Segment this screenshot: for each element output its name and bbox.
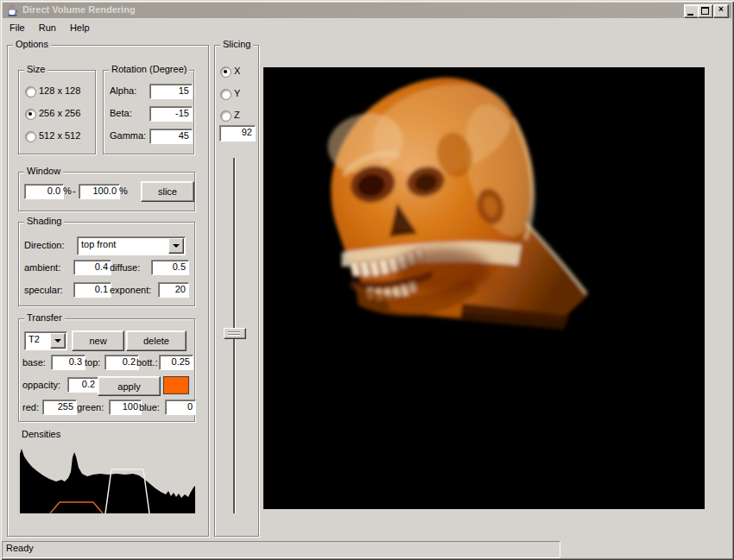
maximize-button[interactable] xyxy=(698,4,713,18)
status-bar: Ready xyxy=(2,541,560,558)
apply-button[interactable]: apply xyxy=(98,376,161,396)
red-label: red: xyxy=(22,402,39,412)
window-to-unit: % xyxy=(119,186,128,196)
minimize-icon xyxy=(687,14,693,16)
beta-label: Beta: xyxy=(110,108,132,118)
radio-128x128[interactable] xyxy=(25,86,36,98)
opacity-field[interactable]: 0.2 xyxy=(67,377,98,393)
specular-field[interactable]: 0.1 xyxy=(73,282,111,298)
menu-file[interactable]: File xyxy=(3,20,32,35)
app-window: Direct Volume Rendering × File Run Help … xyxy=(0,0,734,560)
options-group: Options Size 128 x 128 256 x 256 512 x 5… xyxy=(7,45,209,537)
menu-help[interactable]: Help xyxy=(63,20,97,35)
base-label: base: xyxy=(22,357,46,368)
radio-128x128-label[interactable]: 128 x 128 xyxy=(39,85,80,96)
slicing-group: Slicing X Y Z 92 xyxy=(214,45,259,537)
java-coffee-cup-icon xyxy=(7,4,19,16)
delete-transfer-button[interactable]: delete xyxy=(126,330,187,351)
window-range-separator: - xyxy=(73,186,76,196)
new-transfer-button[interactable]: new xyxy=(72,330,124,351)
slice-index-field[interactable]: 92 xyxy=(219,125,256,142)
transfer-selected: T2 xyxy=(28,334,40,344)
direction-value: top front xyxy=(81,239,116,249)
bott-label: bott.: xyxy=(136,357,157,368)
alpha-field[interactable]: 15 xyxy=(149,84,193,99)
maximize-icon xyxy=(701,7,709,15)
slicing-group-label: Slicing xyxy=(220,39,253,49)
rotation-group: Rotation (Degree) Alpha: 15 Beta: -15 Ga… xyxy=(103,70,194,154)
radio-axis-z[interactable] xyxy=(220,110,231,122)
diffuse-field[interactable]: 0.5 xyxy=(151,260,189,275)
histogram-area xyxy=(20,449,195,513)
densities-label: Densities xyxy=(22,429,60,439)
slice-button[interactable]: slice xyxy=(141,181,194,202)
exponent-field[interactable]: 20 xyxy=(158,282,189,298)
radio-256x256[interactable] xyxy=(25,109,36,120)
render-viewport[interactable] xyxy=(263,67,705,509)
blue-label: blue: xyxy=(139,402,160,412)
radio-axis-y[interactable] xyxy=(220,89,231,100)
ambient-field[interactable]: 0.4 xyxy=(73,260,111,275)
ambient-label: ambient: xyxy=(24,262,60,273)
blue-field[interactable]: 0 xyxy=(165,400,196,415)
close-button[interactable]: × xyxy=(713,4,729,18)
chevron-down-icon xyxy=(54,339,61,343)
transfer-group: Transfer T2 new delete base: 0.3 top: 0.… xyxy=(18,318,195,422)
alpha-label: Alpha: xyxy=(110,85,136,96)
radio-axis-x[interactable] xyxy=(220,66,231,78)
radio-512x512-label[interactable]: 512 x 512 xyxy=(39,130,80,141)
size-group-label: Size xyxy=(24,64,47,74)
radio-axis-y-label[interactable]: Y xyxy=(234,88,240,98)
red-field[interactable]: 255 xyxy=(42,400,77,415)
options-group-label: Options xyxy=(13,39,51,49)
specular-label: specular: xyxy=(24,285,63,295)
close-icon: × xyxy=(718,4,724,14)
gamma-field[interactable]: 45 xyxy=(149,129,193,144)
window-from-unit: % xyxy=(63,186,72,196)
shading-group-label: Shading xyxy=(24,216,64,226)
transfer-color-swatch[interactable] xyxy=(163,376,189,394)
opacity-label: oppacity: xyxy=(22,380,60,390)
window-title: Direct Volume Rendering xyxy=(22,4,136,15)
direction-dropdown-button[interactable] xyxy=(168,238,184,254)
rotation-group-label: Rotation (Degree) xyxy=(109,64,189,74)
densities-histogram[interactable] xyxy=(20,444,195,517)
menu-run[interactable]: Run xyxy=(32,20,63,35)
radio-dot xyxy=(28,112,32,116)
window-to-field[interactable]: 100.0 xyxy=(79,184,120,199)
transfer-dropdown-button[interactable] xyxy=(50,333,66,349)
status-text: Ready xyxy=(6,543,34,553)
top-field[interactable]: 0.2 xyxy=(104,355,139,370)
exponent-label: exponent: xyxy=(110,285,151,295)
direction-label: Direction: xyxy=(24,240,64,250)
shading-group: Shading Direction: top front ambient: 0.… xyxy=(18,222,195,306)
densities-plot xyxy=(20,444,195,517)
window-range-group: Window 0.0 % - 100.0 % slice xyxy=(18,172,195,211)
title-bar[interactable]: Direct Volume Rendering xyxy=(3,3,731,18)
bott-field[interactable]: 0.25 xyxy=(159,355,193,370)
menu-bar: File Run Help xyxy=(3,18,731,35)
radio-axis-z-label[interactable]: Z xyxy=(234,110,240,120)
size-group: Size 128 x 128 256 x 256 512 x 512 xyxy=(18,70,96,154)
window-group-label: Window xyxy=(24,166,63,176)
radio-axis-x-label[interactable]: X xyxy=(234,66,240,76)
green-label: green: xyxy=(77,402,104,412)
diffuse-label: diffuse: xyxy=(110,262,140,273)
beta-field[interactable]: -15 xyxy=(149,106,193,122)
base-field[interactable]: 0.3 xyxy=(51,355,85,370)
slice-slider-thumb[interactable] xyxy=(224,328,246,339)
green-field[interactable]: 100 xyxy=(109,400,142,415)
gamma-label: Gamma: xyxy=(110,130,146,141)
top-label: top: xyxy=(85,357,100,368)
skull-volume-rendering xyxy=(263,67,705,509)
slider-grip-icon xyxy=(228,331,240,332)
direction-dropdown[interactable]: top front xyxy=(77,236,186,255)
window-from-field[interactable]: 0.0 xyxy=(24,184,64,199)
transfer-group-label: Transfer xyxy=(24,312,65,323)
radio-512x512[interactable] xyxy=(25,131,36,142)
chevron-down-icon xyxy=(173,244,180,248)
transfer-select[interactable]: T2 xyxy=(24,331,67,350)
radio-256x256-label[interactable]: 256 x 256 xyxy=(39,108,80,118)
radio-dot xyxy=(224,70,227,73)
